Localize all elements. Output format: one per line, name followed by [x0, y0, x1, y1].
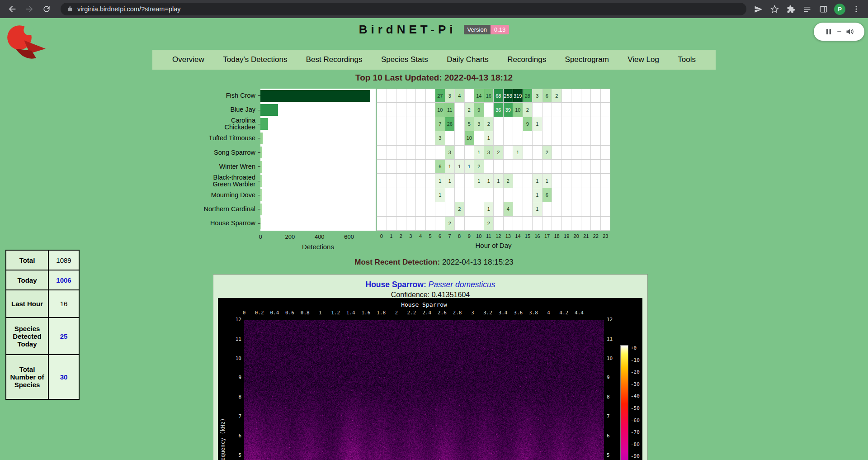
heat-cell	[387, 160, 397, 173]
address-bar[interactable]: virginia.birdnetpi.com/?stream=play	[61, 3, 746, 15]
top10-row: House Sparrow22	[199, 217, 610, 231]
stat-value[interactable]: 1006	[48, 270, 79, 290]
heat-cell	[581, 131, 591, 145]
nav-item-view-log[interactable]: View Log	[627, 55, 659, 64]
bar-axis-tick-label: 200	[285, 233, 295, 240]
heat-cell	[396, 174, 406, 187]
heat-cell: 6	[435, 160, 445, 173]
nav-item-recordings[interactable]: Recordings	[507, 55, 546, 64]
heat-cell	[591, 202, 601, 216]
stat-value[interactable]: 25	[48, 318, 79, 355]
heat-cell	[581, 117, 591, 131]
nav-item-today-s-detections[interactable]: Today's Detections	[223, 55, 287, 64]
hour-axis-tick-label: 4	[415, 233, 425, 239]
heat-cell	[406, 103, 416, 116]
heat-cell: 1	[533, 202, 542, 216]
heat-cell	[455, 131, 465, 145]
heat-cell	[571, 174, 581, 187]
db-tick-label: -50	[631, 405, 640, 411]
heat-cell	[416, 103, 426, 116]
species-label: Winter Wren	[199, 160, 258, 174]
heat-cell: 1	[494, 174, 504, 187]
heat-cell	[455, 188, 465, 202]
hourly-heat-row: 72653291	[377, 117, 610, 131]
page-header: BirdNET-Pi Version 0.13	[0, 23, 868, 37]
seek-bar[interactable]	[837, 31, 841, 32]
heat-cell	[504, 131, 514, 145]
nav-item-species-stats[interactable]: Species Stats	[381, 55, 428, 64]
heat-cell	[465, 146, 475, 159]
detections-bar	[260, 189, 262, 201]
heat-cell	[581, 146, 591, 159]
stat-value: 16	[48, 290, 79, 318]
reload-icon	[42, 5, 51, 14]
nav-item-overview[interactable]: Overview	[172, 55, 204, 64]
site-lock-icon[interactable]	[67, 6, 73, 12]
heat-cell: 16	[484, 89, 494, 102]
heat-cell	[504, 146, 514, 159]
db-tick-label: -80	[631, 441, 640, 447]
heat-cell: 3	[435, 131, 445, 145]
top10-grid: Fish Crow273414166825331928362Blue Jay10…	[199, 89, 610, 231]
time-tick-label: 3	[471, 310, 474, 316]
side-panel-button[interactable]	[818, 4, 829, 14]
heat-cell	[387, 103, 397, 116]
heat-cell	[484, 188, 494, 202]
detections-bar-area	[260, 103, 376, 117]
stat-label: Species Detected Today	[6, 318, 48, 355]
db-tick-label: -20	[631, 369, 640, 375]
browser-toolbar: virginia.birdnetpi.com/?stream=play P	[0, 0, 868, 18]
birdnetpi-page: BirdNET-Pi Version 0.13 OverviewToday's …	[0, 18, 868, 460]
profile-avatar[interactable]: P	[834, 4, 845, 15]
spectrogram-panel: House Sparrow 00.20.40.60.811.21.41.61.8…	[218, 298, 642, 460]
volume-icon[interactable]	[845, 27, 854, 36]
heat-cell	[377, 202, 387, 216]
hour-axis-tick-label: 22	[591, 233, 601, 239]
heat-cell	[542, 103, 552, 116]
detection-species-scientific[interactable]: Passer domesticus	[429, 280, 495, 289]
heat-cell	[377, 160, 387, 173]
detections-bar	[260, 104, 278, 116]
stat-value[interactable]: 30	[48, 355, 79, 399]
heat-cell	[552, 146, 562, 159]
browser-forward-button[interactable]	[22, 1, 37, 17]
heat-cell	[416, 89, 426, 102]
heat-cell	[396, 103, 406, 116]
reading-list-button[interactable]	[802, 4, 812, 14]
pause-button[interactable]	[824, 27, 833, 36]
nav-item-tools[interactable]: Tools	[678, 55, 696, 64]
heat-cell: 10	[513, 103, 523, 116]
nav-item-spectrogram[interactable]: Spectrogram	[565, 55, 609, 64]
heat-cell	[504, 160, 514, 173]
heat-cell	[455, 217, 465, 230]
browser-reload-button[interactable]	[39, 1, 54, 17]
heat-cell	[474, 131, 484, 145]
hour-axis-tick-label: 18	[552, 233, 562, 239]
heat-cell	[416, 202, 426, 216]
heat-cell: 9	[474, 103, 484, 116]
version-badge-label: Version	[464, 25, 491, 34]
browser-menu-button[interactable]	[851, 4, 862, 14]
detection-species-common[interactable]: House Sparrow:	[366, 280, 426, 289]
detections-bar-area	[260, 117, 376, 131]
heat-cell	[426, 89, 436, 102]
bookmark-button[interactable]	[769, 4, 780, 14]
db-tick-label: -30	[631, 381, 640, 387]
heat-cell	[406, 146, 416, 159]
heat-cell	[542, 131, 552, 145]
heat-cell: 1	[533, 188, 542, 202]
stats-row: Today1006	[6, 270, 79, 290]
heat-cell	[406, 160, 416, 173]
nav-item-daily-charts[interactable]: Daily Charts	[447, 55, 489, 64]
browser-back-button[interactable]	[5, 1, 20, 17]
nav-item-best-recordings[interactable]: Best Recordings	[306, 55, 363, 64]
heat-cell	[494, 202, 504, 216]
heat-cell	[435, 146, 445, 159]
heat-cell	[601, 146, 610, 159]
heat-cell: 1	[435, 174, 445, 187]
send-to-device-button[interactable]	[753, 4, 764, 14]
heat-cell	[513, 131, 523, 145]
extensions-button[interactable]	[785, 4, 796, 14]
heat-cell	[552, 117, 562, 131]
heat-cell	[562, 89, 572, 102]
